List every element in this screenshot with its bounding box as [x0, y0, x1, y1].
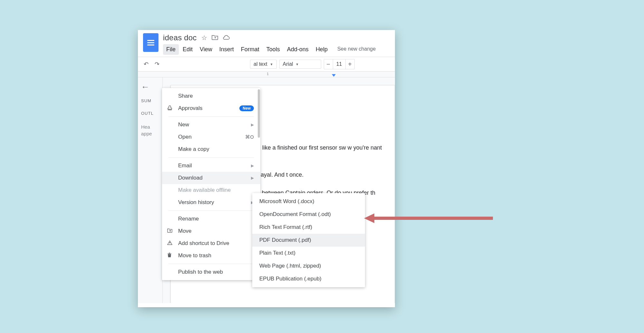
menu-item-move[interactable]: Move — [162, 225, 260, 237]
menu-item-email[interactable]: Email ▶ — [162, 160, 260, 172]
menu-item-make-copy[interactable]: Make a copy — [162, 143, 260, 155]
summary-heading: SUM — [141, 98, 159, 103]
submenu-arrow-icon: ▶ — [251, 122, 254, 127]
app-window: ideas doc ☆ File Edit View Insert Format… — [138, 30, 395, 307]
font-size-decrease[interactable]: − — [324, 59, 333, 69]
header: ideas doc ☆ File Edit View Insert Format… — [138, 30, 395, 55]
menu-separator — [168, 264, 254, 264]
menu-item-share[interactable]: Share — [162, 90, 260, 102]
shortcut-label: ⌘O — [245, 134, 254, 140]
arrow-head-icon — [364, 213, 374, 223]
undo-button[interactable]: ↶ — [142, 60, 150, 68]
revision-link[interactable]: See new change — [334, 44, 379, 55]
menu-format[interactable]: Format — [238, 44, 263, 55]
menu-item-rename[interactable]: Rename — [162, 213, 260, 225]
submenu-item-html[interactable]: Web Page (.html, zipped) — [252, 260, 365, 272]
submenu-arrow-icon: ▶ — [251, 163, 254, 168]
menu-item-publish[interactable]: Publish to the web — [162, 266, 260, 278]
submenu-item-odt[interactable]: OpenDocument Format (.odt) — [252, 208, 365, 221]
collapse-sidebar-icon[interactable]: ← — [141, 82, 159, 92]
menu-item-open[interactable]: Open ⌘O — [162, 131, 260, 143]
menu-item-approvals[interactable]: Approvals New — [162, 102, 260, 114]
cloud-status-icon[interactable] — [223, 34, 230, 42]
drive-shortcut-icon — [167, 240, 172, 247]
toolbar: ↶ ↷ al text ▼ Arial ▼ − 11 + — [138, 57, 395, 72]
menu-item-version-history[interactable]: Version history ▶ — [162, 196, 260, 209]
menubar: File Edit View Insert Format Tools Add-o… — [163, 44, 390, 55]
submenu-item-docx[interactable]: Microsoft Word (.docx) — [252, 195, 365, 208]
ruler-tick: 1 — [267, 72, 269, 76]
ruler[interactable]: 1 — [138, 72, 395, 77]
submenu-item-pdf[interactable]: PDF Document (.pdf) — [252, 234, 365, 247]
new-badge: New — [239, 105, 254, 111]
caret-down-icon: ▼ — [296, 63, 299, 66]
submenu-item-epub[interactable]: EPUB Publication (.epub) — [252, 272, 365, 285]
paragraph-style-label: al text — [254, 61, 267, 67]
menu-tools[interactable]: Tools — [263, 44, 283, 55]
caret-down-icon: ▼ — [270, 63, 273, 66]
menu-edit[interactable]: Edit — [179, 44, 196, 55]
file-menu-dropdown: Share Approvals New New ▶ Open ⌘O Make a… — [162, 88, 260, 280]
annotation-arrow — [364, 214, 493, 222]
menu-item-offline: Make available offline — [162, 184, 260, 196]
menu-help[interactable]: Help — [312, 44, 331, 55]
menu-separator — [168, 211, 254, 211]
font-size-increase[interactable]: + — [345, 59, 354, 69]
menu-view[interactable]: View — [197, 44, 216, 55]
menu-item-new[interactable]: New ▶ — [162, 119, 260, 131]
ruler-indent-marker[interactable] — [332, 74, 336, 77]
font-select[interactable]: Arial ▼ — [279, 60, 321, 69]
trash-icon — [167, 252, 172, 259]
folder-move-icon — [167, 228, 172, 234]
download-submenu: Microsoft Word (.docx) OpenDocument Form… — [252, 193, 365, 287]
menu-item-add-shortcut[interactable]: Add shortcut to Drive — [162, 237, 260, 250]
outline-heading: OUTL — [141, 111, 159, 116]
stamp-icon — [167, 105, 172, 112]
submenu-item-rtf[interactable]: Rich Text Format (.rtf) — [252, 221, 365, 234]
menu-file[interactable]: File — [163, 44, 179, 55]
menu-separator — [168, 157, 254, 158]
outline-note-line2: appe — [141, 130, 159, 137]
menu-addons[interactable]: Add-ons — [284, 44, 312, 55]
redo-button[interactable]: ↷ — [153, 60, 161, 68]
submenu-arrow-icon: ▶ — [251, 176, 254, 180]
docs-logo-icon[interactable] — [143, 33, 159, 52]
move-folder-icon[interactable] — [212, 34, 218, 42]
submenu-item-txt[interactable]: Plain Text (.txt) — [252, 247, 365, 260]
outline-sidebar: ← SUM OUTL Hea appe — [138, 77, 163, 303]
font-size-stepper: − 11 + — [324, 59, 355, 69]
paragraph-style-select[interactable]: al text ▼ — [250, 60, 277, 69]
menu-separator — [168, 116, 254, 117]
menu-item-trash[interactable]: Move to trash — [162, 250, 260, 262]
document-title[interactable]: ideas doc — [163, 33, 197, 42]
font-size-value[interactable]: 11 — [333, 61, 345, 67]
menu-item-download[interactable]: Download ▶ — [162, 172, 260, 184]
arrow-shaft — [374, 217, 493, 220]
font-label: Arial — [283, 61, 293, 67]
star-icon[interactable]: ☆ — [201, 34, 207, 42]
outline-note-line1: Hea — [141, 123, 159, 130]
menu-insert[interactable]: Insert — [216, 44, 237, 55]
